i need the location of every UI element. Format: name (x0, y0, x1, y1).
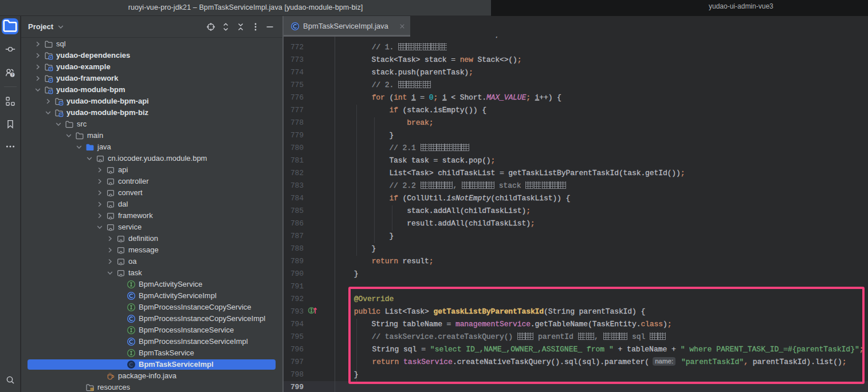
svg-text:?: ? (11, 73, 14, 77)
